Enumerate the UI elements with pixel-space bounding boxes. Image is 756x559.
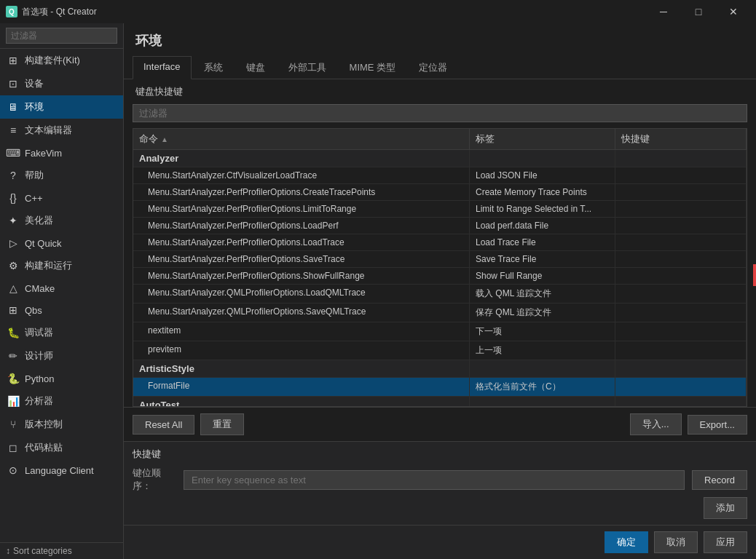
beautifier-icon: ✦ (7, 215, 19, 226)
table-row[interactable]: Menu.StartAnalyzer.CtfVisualizerLoadTrac… (133, 167, 747, 184)
group-tag (470, 360, 615, 377)
langclient-icon: ⊙ (7, 464, 19, 476)
sidebar-item-codesnippet[interactable]: ◻ 代码粘贴 (0, 436, 123, 459)
sidebar-item-help[interactable]: ? 帮助 (0, 164, 123, 187)
sidebar-item-texteditor[interactable]: ≡ 文本编辑器 (0, 119, 123, 142)
key-sequence-input[interactable] (184, 470, 685, 490)
buildrun-icon: ⚙ (7, 260, 19, 271)
table-group-row[interactable]: ArtisticStyle (133, 360, 747, 378)
command-cell: Menu.StartAnalyzer.PerfProfilerOptions.L… (133, 234, 470, 250)
record-button[interactable]: Record (692, 470, 747, 490)
table-row[interactable]: Menu.StartAnalyzer.PerfProfilerOptions.L… (133, 234, 747, 251)
device-icon: ⊡ (7, 78, 19, 90)
sidebar-item-designer[interactable]: ✏ 设计师 (0, 344, 123, 368)
cancel-button[interactable]: 取消 (654, 531, 698, 553)
group-name: AutoTest (133, 397, 470, 407)
command-cell: Menu.StartAnalyzer.PerfProfilerOptions.C… (133, 184, 470, 200)
tag-cell: 上一项 (470, 341, 615, 360)
tab-interface[interactable]: Interface (133, 56, 192, 79)
app-icon: Q (6, 6, 17, 17)
command-cell: Menu.StartAnalyzer.PerfProfilerOptions.S… (133, 268, 470, 284)
sidebar-item-analyzer[interactable]: 📊 分析器 (0, 389, 123, 413)
tab-system[interactable]: 系统 (193, 56, 234, 79)
close-button[interactable]: ✕ (717, 0, 750, 23)
import-button[interactable]: 导入... (630, 413, 682, 435)
table-row[interactable]: previtem 上一项 (133, 341, 747, 360)
table-group-row[interactable]: AutoTest (133, 397, 747, 407)
env-icon: 🖥 (7, 101, 19, 113)
sidebar-item-python[interactable]: 🐍 Python (0, 368, 123, 389)
table-row[interactable]: FormatFile 格式化当前文件（C） (133, 378, 747, 397)
shortcut-cell (615, 322, 747, 341)
command-cell: Menu.StartAnalyzer.CtfVisualizerLoadTrac… (133, 167, 470, 183)
ok-button[interactable]: 确定 (605, 531, 648, 553)
bottom-buttons: Reset All 重置 导入... Export... (124, 407, 756, 441)
table-row[interactable]: Menu.StartAnalyzer.QMLProfilerOptions.Sa… (133, 304, 747, 322)
table-row[interactable]: Menu.StartAnalyzer.PerfProfilerOptions.L… (133, 201, 747, 218)
keyboard-section-label: 键盘快捷键 (124, 79, 756, 101)
table-row[interactable]: Menu.StartAnalyzer.PerfProfilerOptions.S… (133, 251, 747, 268)
maximize-button[interactable]: □ (682, 0, 715, 23)
sidebar-item-label: FakeVim (25, 148, 62, 159)
sidebar-item-buildrun[interactable]: ⚙ 构建和运行 (0, 254, 123, 277)
sidebar-filter-input[interactable] (6, 28, 117, 44)
command-cell: Menu.StartAnalyzer.PerfProfilerOptions.L… (133, 218, 470, 234)
tag-cell: Limit to Range Selected in T... (470, 201, 615, 217)
sidebar-item-label: 设计师 (25, 349, 53, 362)
sidebar-item-debugger[interactable]: 🐛 调试器 (0, 321, 123, 344)
table-row[interactable]: nextitem 下一项 (133, 322, 747, 341)
vcs-icon: ⑂ (7, 419, 19, 430)
python-icon: 🐍 (7, 373, 19, 384)
table-row[interactable]: Menu.StartAnalyzer.PerfProfilerOptions.S… (133, 268, 747, 285)
kit-icon: ⊞ (7, 55, 19, 66)
command-header: 命令 ▲ (133, 129, 470, 149)
tab-external[interactable]: 外部工具 (277, 56, 337, 79)
sidebar-item-cpp[interactable]: {} C++ (0, 187, 123, 209)
command-cell: Menu.StartAnalyzer.QMLProfilerOptions.Sa… (133, 304, 470, 322)
sidebar-item-vcs[interactable]: ⑂ 版本控制 (0, 413, 123, 436)
group-tag (470, 150, 615, 167)
shortcut-section: 快捷键 键位顺序： Record 添加 (124, 441, 756, 525)
shortcut-cell (615, 234, 747, 250)
sidebar-item-qbs[interactable]: ⊞ Qbs (0, 299, 123, 321)
sidebar-item-label: Python (25, 373, 54, 384)
command-cell: FormatFile (133, 378, 470, 396)
table-row[interactable]: Menu.StartAnalyzer.QMLProfilerOptions.Lo… (133, 285, 747, 304)
tab-locator[interactable]: 定位器 (408, 56, 458, 79)
table-row[interactable]: Menu.StartAnalyzer.PerfProfilerOptions.L… (133, 218, 747, 234)
group-shortcut (615, 360, 747, 377)
apply-button[interactable]: 应用 (704, 531, 747, 553)
sidebar-item-cmake[interactable]: △ CMake (0, 277, 123, 299)
export-button[interactable]: Export... (688, 415, 747, 435)
sidebar-item-kit[interactable]: ⊞ 构建套件(Kit) (0, 49, 123, 72)
table-row[interactable]: Menu.StartAnalyzer.PerfProfilerOptions.C… (133, 184, 747, 201)
minimize-button[interactable]: ─ (647, 0, 680, 23)
sidebar-item-fakevim[interactable]: ⌨ FakeVim (0, 142, 123, 164)
tab-mime[interactable]: MIME 类型 (339, 56, 407, 79)
sidebar-item-label: Language Client (25, 465, 94, 476)
shortcut-cell (615, 201, 747, 217)
tab-keyboard[interactable]: 键盘 (235, 56, 276, 79)
sidebar-item-label: Qt Quick (25, 238, 62, 249)
table-group-row[interactable]: Analyzer (133, 150, 747, 167)
main-window: Q 首选项 - Qt Creator ─ □ ✕ ⊞ 构建套件(Kit) ⊡ 设… (0, 0, 756, 559)
command-cell: Menu.StartAnalyzer.PerfProfilerOptions.L… (133, 201, 470, 217)
add-button[interactable]: 添加 (704, 497, 747, 519)
sidebar-item-langclient[interactable]: ⊙ Language Client (0, 459, 123, 481)
tag-cell: Save Trace File (470, 251, 615, 267)
keyboard-table: 命令 ▲ 标签 快捷键 Analyzer Menu.StartAnalyzer.… (133, 128, 747, 407)
sidebar-items-list: ⊞ 构建套件(Kit) ⊡ 设备 🖥 环境 ≡ 文本编辑器 ⌨ FakeV (0, 49, 123, 542)
main-content: ⊞ 构建套件(Kit) ⊡ 设备 🖥 环境 ≡ 文本编辑器 ⌨ FakeV (0, 23, 756, 559)
sidebar-item-beautifier[interactable]: ✦ 美化器 (0, 209, 123, 232)
sort-arrow-icon: ▲ (161, 135, 168, 143)
sidebar-item-env[interactable]: 🖥 环境 (0, 95, 123, 119)
sidebar-item-qtquick[interactable]: ▷ Qt Quick (0, 232, 123, 254)
sidebar-item-device[interactable]: ⊡ 设备 (0, 72, 123, 95)
shortcut-cell (615, 285, 747, 303)
group-tag (470, 397, 615, 407)
sort-categories-button[interactable]: ↕ Sort categories (0, 542, 123, 559)
keyboard-filter-input[interactable] (133, 104, 747, 122)
reset-all-button[interactable]: Reset All (133, 415, 194, 435)
reset-button[interactable]: 重置 (200, 413, 244, 435)
sidebar-item-label: CMake (25, 283, 55, 294)
